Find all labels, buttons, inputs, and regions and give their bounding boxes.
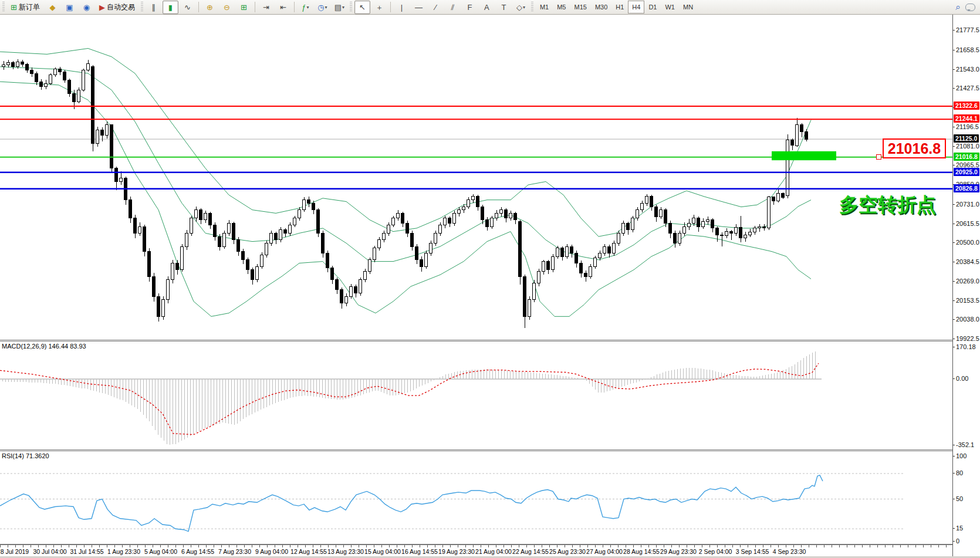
price-axis-tick: 80 bbox=[956, 469, 963, 476]
price-axis-tick: 100 bbox=[956, 452, 967, 459]
toolbar-grip[interactable] bbox=[350, 2, 352, 12]
time-axis-label: 19 Aug 23:30 bbox=[438, 548, 475, 555]
timeframe-m5-button[interactable]: M5 bbox=[553, 1, 570, 13]
auto-trading-label: 自动交易 bbox=[107, 2, 135, 12]
line-chart-button[interactable]: ∿ bbox=[180, 1, 195, 14]
macd-indicator-panel[interactable]: MACD(12,26,9) 146.44 83.93 bbox=[0, 341, 952, 449]
auto-trading-button[interactable]: ▶ 自动交易 bbox=[96, 1, 138, 14]
templates-button[interactable]: ▤▾ bbox=[332, 1, 347, 14]
time-axis-label: 28 Aug 14:55 bbox=[623, 548, 660, 555]
time-axis-label: 4 Sep 23:30 bbox=[773, 548, 806, 555]
trendline-tool-button[interactable]: ∕ bbox=[428, 1, 444, 14]
tile-windows-button[interactable]: ⊞ bbox=[236, 1, 252, 14]
funnel-icon[interactable]: ◆ bbox=[45, 1, 60, 14]
time-axis-label: 29 Aug 23:30 bbox=[660, 548, 697, 555]
price-axis-tick: 20153.5 bbox=[956, 297, 979, 304]
time-axis-label: 30 Jul 04:00 bbox=[33, 548, 66, 555]
annotation-text: 多空转折点 bbox=[839, 194, 936, 215]
auto-scroll-button[interactable]: ⇥ bbox=[258, 1, 274, 14]
macd-label: MACD(12,26,9) 146.44 83.93 bbox=[2, 343, 86, 350]
price-axis-tick: 20269.0 bbox=[956, 278, 979, 285]
time-axis-label: 31 Jul 14:55 bbox=[70, 548, 103, 555]
time-axis-label: 27 Aug 04:00 bbox=[586, 548, 623, 555]
new-order-label: 新订单 bbox=[19, 2, 40, 12]
trading-terminal-window: ⊞ 新订单 ◆ ▣ ◉ ▶ 自动交易 ∥ ▮ ∿ ⊕ ⊖ ⊞ ⇥ ⇤ ƒ▾ ◷▾… bbox=[0, 0, 980, 558]
price-axis-tick: 21777.5 bbox=[956, 26, 979, 33]
timeframe-group: M1M5M15M30H1H4D1W1MN bbox=[536, 1, 697, 13]
price-axis-tick: 20384.5 bbox=[956, 258, 979, 265]
time-axis[interactable]: 28 Jul 201930 Jul 04:0031 Jul 14:551 Aug… bbox=[0, 545, 952, 556]
price-axis-tick: 20615.5 bbox=[956, 220, 979, 227]
text-tool-button[interactable]: A bbox=[479, 1, 495, 14]
new-order-button[interactable]: ⊞ 新订单 bbox=[7, 1, 43, 14]
toolbar-grip[interactable] bbox=[141, 2, 143, 12]
toolbar-grip[interactable] bbox=[2, 2, 5, 12]
price-badge: 21125.0 bbox=[954, 134, 979, 143]
channel-tool-button[interactable]: ⫽ bbox=[445, 1, 461, 14]
indicators-button[interactable]: ƒ▾ bbox=[298, 1, 313, 14]
timeframe-mn-button[interactable]: MN bbox=[679, 1, 697, 13]
price-axis-tick: 21427.5 bbox=[956, 84, 979, 92]
price-axis-tick: 20038.0 bbox=[956, 316, 979, 323]
price-axis-tick: 15 bbox=[956, 525, 963, 532]
price-axis-tick: 21658.5 bbox=[956, 46, 979, 53]
price-axis-tick: 0.00 bbox=[956, 375, 968, 382]
rsi-indicator-panel[interactable]: RSI(14) 71.3620 bbox=[0, 451, 952, 545]
time-axis-label: 15 Aug 04:00 bbox=[364, 548, 401, 555]
price-axis-tick: 0 bbox=[956, 537, 959, 545]
search-icon[interactable]: ⌕ bbox=[956, 2, 961, 12]
rsi-label: RSI(14) 71.3620 bbox=[2, 452, 49, 459]
timeframe-w1-button[interactable]: W1 bbox=[661, 1, 679, 13]
price-axis-tick: -352.1 bbox=[956, 441, 974, 448]
candlestick-chart-button[interactable]: ▮ bbox=[163, 1, 178, 14]
chat-icon[interactable] bbox=[965, 4, 975, 11]
price-badge: 21322.6 bbox=[954, 102, 979, 110]
time-axis-label: 2 Sep 04:00 bbox=[699, 548, 732, 555]
toolbar-grip[interactable] bbox=[531, 2, 533, 12]
price-axis-tick: 19922.5 bbox=[956, 335, 979, 342]
shapes-tool-button[interactable]: ◇▾ bbox=[513, 1, 529, 14]
price-axis-tick: 50 bbox=[956, 495, 963, 502]
vertical-line-tool-button[interactable]: | bbox=[394, 1, 410, 14]
signal-icon[interactable]: ◉ bbox=[79, 1, 94, 14]
new-order-icon: ⊞ bbox=[11, 4, 17, 11]
price-axis-tick: 21196.5 bbox=[956, 123, 979, 130]
zoom-out-button[interactable]: ⊖ bbox=[219, 1, 235, 14]
zoom-in-button[interactable]: ⊕ bbox=[202, 1, 218, 14]
time-axis-label: 12 Aug 14:55 bbox=[290, 548, 327, 555]
price-axis[interactable]: 21777.521658.521543.021427.521312.021196… bbox=[952, 15, 980, 556]
main-price-chart[interactable]: 多空转折点多空转折点 bbox=[0, 15, 952, 340]
chart-shift-button[interactable]: ⇤ bbox=[275, 1, 291, 14]
timeframe-d1-button[interactable]: D1 bbox=[644, 1, 661, 13]
crosshair-tool-button[interactable]: ＋ bbox=[371, 1, 387, 14]
timeframe-m15-button[interactable]: M15 bbox=[570, 1, 590, 13]
time-axis-label: 21 Aug 04:00 bbox=[475, 548, 512, 555]
time-axis-label: 13 Aug 23:30 bbox=[327, 548, 364, 555]
periods-button[interactable]: ◷▾ bbox=[315, 1, 330, 14]
price-badge: 21016.8 bbox=[954, 153, 979, 161]
price-axis-tick: 170.18 bbox=[956, 343, 976, 350]
label-tool-button[interactable]: T bbox=[496, 1, 512, 14]
time-axis-label: 5 Aug 04:00 bbox=[144, 548, 177, 555]
price-badge: 20826.8 bbox=[954, 184, 979, 192]
horizontal-line-tool-button[interactable]: — bbox=[411, 1, 427, 14]
fibonacci-tool-button[interactable]: F bbox=[462, 1, 478, 14]
bar-chart-button[interactable]: ∥ bbox=[146, 1, 161, 14]
price-badge: 20925.0 bbox=[954, 168, 979, 176]
terminals-icon[interactable]: ▣ bbox=[62, 1, 77, 14]
price-axis-tick: 20731.0 bbox=[956, 201, 979, 208]
green-line-endpoint-marker[interactable] bbox=[876, 154, 881, 160]
time-axis-label: 6 Aug 14:55 bbox=[181, 548, 214, 555]
price-callout-label[interactable]: 21016.8 bbox=[883, 138, 946, 158]
price-axis-tick: 21081.0 bbox=[956, 143, 979, 150]
time-axis-label: 3 Sep 14:55 bbox=[736, 548, 769, 555]
time-axis-label: 25 Aug 23:30 bbox=[549, 548, 586, 555]
timeframe-m30-button[interactable]: M30 bbox=[591, 1, 611, 13]
cursor-tool-button[interactable]: ↖ bbox=[354, 1, 370, 14]
timeframe-m1-button[interactable]: M1 bbox=[536, 1, 553, 13]
main-toolbar: ⊞ 新订单 ◆ ▣ ◉ ▶ 自动交易 ∥ ▮ ∿ ⊕ ⊖ ⊞ ⇥ ⇤ ƒ▾ ◷▾… bbox=[0, 0, 980, 15]
time-axis-label: 28 Jul 2019 bbox=[0, 548, 29, 555]
time-axis-label: 9 Aug 04:00 bbox=[255, 548, 288, 555]
timeframe-h1-button[interactable]: H1 bbox=[611, 1, 628, 13]
timeframe-h4-button[interactable]: H4 bbox=[628, 1, 644, 13]
